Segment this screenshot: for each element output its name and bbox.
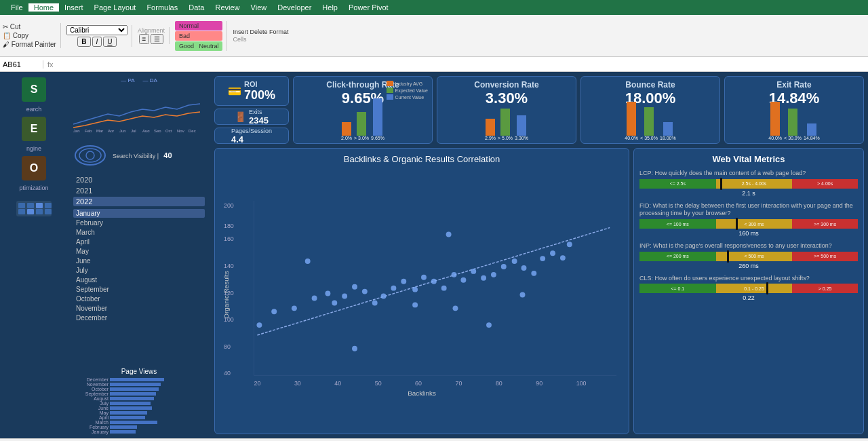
ribbon-page-layout[interactable]: Page Layout bbox=[89, 3, 142, 12]
kpi-roi: 💳 ROI 700% bbox=[214, 76, 289, 106]
month-april[interactable]: April bbox=[73, 237, 205, 246]
search-vis-value: 40 bbox=[163, 151, 172, 159]
sidebar-optimization-logo: O bbox=[22, 156, 46, 180]
roi-icon: 💳 bbox=[228, 85, 241, 98]
pv-row: March bbox=[73, 420, 205, 425]
svg-point-58 bbox=[501, 264, 507, 269]
svg-point-68 bbox=[453, 305, 458, 311]
ctr-bar-label-1: 2.0% bbox=[341, 136, 352, 140]
search-vis-label: Search Visibility | bbox=[113, 153, 159, 159]
align-left[interactable]: ≡ bbox=[139, 34, 150, 44]
svg-point-13 bbox=[86, 151, 94, 159]
pv-month-label: November bbox=[73, 382, 108, 387]
ribbon-formulas[interactable]: Formulas bbox=[141, 3, 183, 12]
svg-point-60 bbox=[521, 265, 527, 271]
svg-point-70 bbox=[520, 292, 526, 298]
ribbon-home[interactable]: Home bbox=[28, 3, 59, 12]
pv-bar bbox=[110, 421, 157, 424]
svg-point-55 bbox=[471, 269, 476, 274]
kpi-legend: Industry AVG Expected Value Current Valu… bbox=[387, 81, 428, 100]
pages-session-title: Pages/Session bbox=[231, 128, 272, 134]
ribbon-review[interactable]: Review bbox=[210, 3, 245, 12]
inp-seg-green: <= 200 ms bbox=[639, 252, 716, 261]
style-normal: Normal bbox=[175, 21, 223, 31]
ribbon-powerpivot[interactable]: Power Pivot bbox=[343, 3, 394, 12]
cls-seg-red: > 0.25 bbox=[792, 284, 858, 293]
kpi-row: 💳 ROI 700% 🚪 Exits 2345 bbox=[214, 76, 864, 144]
ctr-bar-orange bbox=[342, 122, 351, 136]
kpi-exits: 🚪 Exits 2345 bbox=[214, 109, 289, 125]
bold-button[interactable]: B bbox=[77, 37, 90, 47]
ribbon-insert[interactable]: Insert bbox=[59, 3, 89, 12]
eye-icon bbox=[73, 138, 107, 172]
svg-point-65 bbox=[305, 258, 311, 264]
conv-bar-label-3: 3.30% bbox=[515, 136, 528, 140]
month-august[interactable]: August bbox=[73, 275, 205, 284]
wv-inp: INP: What is the page's overall responsi… bbox=[639, 242, 858, 269]
scatter-area: 40 80 100 120 140 160 180 200 20 30 40 5… bbox=[220, 168, 623, 428]
cls-marker bbox=[766, 282, 768, 294]
pv-bar bbox=[110, 430, 136, 434]
ribbon-view[interactable]: View bbox=[245, 3, 273, 12]
pv-row: September bbox=[73, 391, 205, 396]
bounce-bar-label-1: 40.0% bbox=[625, 136, 638, 140]
month-march[interactable]: March bbox=[73, 228, 205, 237]
cell-reference[interactable]: AB61 bbox=[3, 60, 43, 69]
month-january[interactable]: January bbox=[73, 209, 205, 218]
sheet-tabs: ◀ ▶ Dataset Pivot Tables Performance Das… bbox=[0, 438, 868, 441]
fid-value: 160 ms bbox=[639, 230, 858, 237]
lcp-marker bbox=[720, 178, 722, 190]
svg-point-52 bbox=[441, 286, 447, 291]
pv-bar bbox=[110, 416, 145, 419]
svg-text:90: 90 bbox=[536, 380, 542, 387]
align-center[interactable]: ☰ bbox=[151, 34, 163, 44]
month-list: January February March April May June Ju… bbox=[71, 208, 208, 366]
month-july[interactable]: July bbox=[73, 266, 205, 275]
svg-point-12 bbox=[79, 149, 101, 162]
svg-point-44 bbox=[362, 289, 368, 294]
ctr-bar-blue bbox=[373, 98, 382, 136]
year-2021[interactable]: 2021 bbox=[73, 186, 205, 195]
ribbon-file[interactable]: File bbox=[5, 3, 28, 12]
month-october[interactable]: October bbox=[73, 294, 205, 303]
svg-text:Oct: Oct bbox=[165, 129, 172, 132]
year-2020[interactable]: 2020 bbox=[73, 175, 205, 185]
scatter-card: Backlinks & Organic Results Correlation … bbox=[214, 148, 629, 434]
conversion-title: Conversion Rate bbox=[474, 80, 538, 90]
font-select[interactable]: Calibri bbox=[66, 25, 127, 35]
month-may[interactable]: May bbox=[73, 247, 205, 256]
sidebar-label-search: earch bbox=[26, 106, 42, 113]
italic-button[interactable]: I bbox=[92, 37, 102, 47]
ribbon-help[interactable]: Help bbox=[317, 3, 343, 12]
pv-row: October bbox=[73, 387, 205, 391]
svg-text:180: 180 bbox=[224, 223, 234, 229]
month-december[interactable]: December bbox=[73, 313, 205, 322]
bounce-bar-label-2: < 35.0% bbox=[640, 136, 658, 140]
wv-fid-question: FID: What is the delay between the first… bbox=[639, 202, 858, 218]
web-vitals-title: Web Vital Metrics bbox=[639, 154, 858, 164]
svg-text:70: 70 bbox=[456, 380, 462, 387]
pv-row: August bbox=[73, 396, 205, 401]
pv-month-label: May bbox=[73, 410, 108, 415]
svg-point-59 bbox=[512, 258, 517, 264]
pv-bar bbox=[110, 387, 159, 391]
wv-inp-question: INP: What is the page's overall responsi… bbox=[639, 242, 858, 250]
month-november[interactable]: November bbox=[73, 304, 205, 313]
svg-point-61 bbox=[531, 271, 536, 276]
month-september[interactable]: September bbox=[73, 285, 205, 294]
roi-value: 700% bbox=[244, 88, 275, 102]
month-february[interactable]: February bbox=[73, 218, 205, 227]
ribbon-developer[interactable]: Developer bbox=[272, 3, 317, 12]
svg-text:Mar: Mar bbox=[96, 129, 103, 132]
svg-text:Feb: Feb bbox=[85, 129, 92, 132]
month-june[interactable]: June bbox=[73, 256, 205, 265]
pv-month-label: February bbox=[73, 425, 108, 429]
pv-month-label: April bbox=[73, 415, 108, 420]
wv-fid: FID: What is the delay between the first… bbox=[639, 202, 858, 237]
ribbon-data[interactable]: Data bbox=[183, 3, 210, 12]
svg-text:20: 20 bbox=[254, 380, 261, 387]
svg-text:Dec: Dec bbox=[189, 129, 196, 132]
inp-marker bbox=[727, 250, 729, 263]
underline-button[interactable]: U bbox=[103, 37, 116, 47]
year-2022[interactable]: 2022 bbox=[73, 197, 205, 206]
